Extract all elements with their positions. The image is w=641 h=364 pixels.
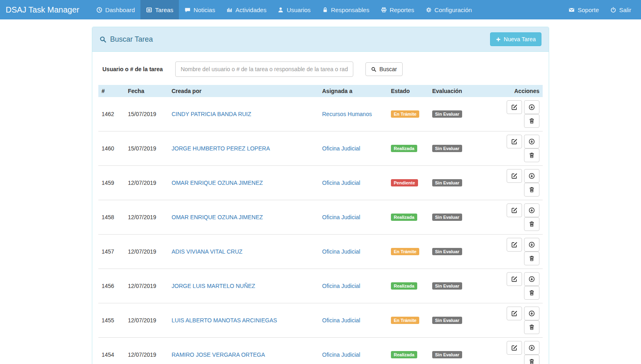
download-task-button[interactable] — [524, 100, 539, 114]
created-by-link[interactable]: OMAR ENRIQUE OZUNA JIMENEZ — [172, 180, 263, 186]
edit-task-button[interactable] — [507, 135, 522, 148]
created-by-link[interactable]: RAMIRO JOSE VERGARA ORTEGA — [172, 351, 265, 358]
evaluation-badge: Sin Evaluar — [432, 214, 462, 221]
task-date-cell: 15/07/2019 — [125, 97, 168, 131]
assigned-to-link[interactable]: Recursos Humanos — [322, 111, 372, 117]
task-id-cell: 1454 — [98, 338, 125, 364]
created-by-link[interactable]: CINDY PATRICIA BANDA RUIZ — [172, 111, 251, 117]
edit-icon — [511, 276, 518, 282]
status-cell: Pendiente — [388, 166, 429, 200]
status-cell: Realizada — [388, 200, 429, 235]
power-icon — [610, 7, 616, 13]
actions-cell — [489, 269, 543, 303]
table-header-row: #FechaCreada porAsignada aEstadoEvaluaci… — [98, 85, 543, 97]
download-task-button[interactable] — [524, 341, 539, 355]
column-header-fecha: Fecha — [125, 85, 168, 97]
created-by-link[interactable]: ADIS VIVIANA VITAL CRUZ — [172, 248, 242, 255]
download-icon — [529, 173, 535, 179]
download-task-button[interactable] — [524, 238, 539, 252]
download-task-button[interactable] — [524, 135, 539, 148]
task-id-cell: 1455 — [98, 303, 125, 338]
evaluation-cell: Sin Evaluar — [429, 269, 489, 303]
created-by-link[interactable]: OMAR ENRIQUE OZUNA JIMENEZ — [172, 214, 263, 220]
search-button[interactable]: Buscar — [365, 62, 403, 76]
nav-item-label: Usuarios — [287, 6, 310, 13]
created-by-link[interactable]: JORGE HUMBERTO PEREZ LOPERA — [172, 145, 270, 152]
edit-task-button[interactable] — [507, 169, 522, 183]
nav-item-noticias[interactable]: Noticias — [179, 0, 221, 19]
task-id-cell: 1462 — [98, 97, 125, 131]
download-icon — [529, 241, 535, 248]
nav-item-reportes[interactable]: Reportes — [375, 0, 420, 19]
assigned-to-link[interactable]: Oficina Judicial — [322, 248, 360, 255]
status-cell: En Trámite — [388, 303, 429, 338]
assigned-to-cell: Oficina Judicial — [319, 338, 388, 364]
new-task-button[interactable]: Nueva Tarea — [490, 32, 541, 46]
table-row: 145712/07/2019ADIS VIVIANA VITAL CRUZOfi… — [98, 235, 543, 269]
edit-icon — [511, 310, 518, 317]
edit-task-button[interactable] — [507, 307, 522, 320]
nav-item-tareas[interactable]: Tareas — [140, 0, 179, 19]
download-task-button[interactable] — [524, 203, 539, 217]
edit-task-button[interactable] — [507, 238, 522, 252]
delete-task-button[interactable] — [524, 286, 539, 300]
created-by-link[interactable]: JORGE LUIS MARTELO NUÑEZ — [172, 283, 255, 289]
table-row: 145912/07/2019OMAR ENRIQUE OZUNA JIMENEZ… — [98, 166, 543, 200]
delete-task-button[interactable] — [524, 355, 539, 364]
assigned-to-link[interactable]: Oficina Judicial — [322, 283, 360, 289]
task-date-cell: 12/07/2019 — [125, 166, 168, 200]
edit-task-button[interactable] — [507, 272, 522, 286]
edit-task-button[interactable] — [507, 341, 522, 355]
nav-item-responsables[interactable]: Responsables — [316, 0, 375, 19]
search-icon — [100, 36, 106, 43]
panel-title-text: Buscar Tarea — [110, 35, 153, 44]
download-task-button[interactable] — [524, 272, 539, 286]
table-row: 145612/07/2019JORGE LUIS MARTELO NUÑEZOf… — [98, 269, 543, 303]
gear-icon — [426, 7, 432, 13]
delete-task-button[interactable] — [524, 217, 539, 231]
nav-menu: DashboardTareasNoticiasActividadesUsuari… — [91, 0, 563, 19]
created-by-link[interactable]: LUIS ALBERTO MANOTAS ARCINIEGAS — [172, 317, 277, 324]
column-header-: # — [98, 85, 125, 97]
actions-cell — [489, 200, 543, 235]
delete-task-button[interactable] — [524, 320, 539, 334]
user-icon — [278, 7, 284, 13]
delete-task-button[interactable] — [524, 114, 539, 128]
assigned-to-link[interactable]: Oficina Judicial — [322, 351, 360, 358]
delete-task-button[interactable] — [524, 252, 539, 265]
panel-title: Buscar Tarea — [100, 35, 153, 44]
status-badge: Realizada — [391, 351, 417, 358]
nav-item-configuracion[interactable]: Configuración — [420, 0, 478, 19]
nav-item-soporte[interactable]: Soporte — [563, 0, 605, 19]
nav-item-usuarios[interactable]: Usuarios — [272, 0, 316, 19]
delete-task-button[interactable] — [524, 183, 539, 197]
edit-icon — [511, 241, 518, 248]
task-id-cell: 1458 — [98, 200, 125, 235]
edit-icon — [511, 138, 518, 145]
download-icon — [529, 345, 535, 351]
assigned-to-link[interactable]: Oficina Judicial — [322, 317, 360, 324]
download-task-button[interactable] — [524, 169, 539, 183]
evaluation-badge: Sin Evaluar — [432, 145, 462, 152]
nav-item-dashboard[interactable]: Dashboard — [91, 0, 140, 19]
page-content: Buscar Tarea Nueva Tarea Usuario o # de … — [0, 19, 641, 364]
status-badge: Realizada — [391, 145, 417, 152]
task-date-cell: 12/07/2019 — [125, 338, 168, 364]
actions-cell — [489, 166, 543, 200]
created-by-cell: OMAR ENRIQUE OZUNA JIMENEZ — [168, 166, 319, 200]
nav-item-label: Reportes — [390, 6, 414, 13]
nav-item-actividades[interactable]: Actividades — [221, 0, 272, 19]
assigned-to-link[interactable]: Oficina Judicial — [322, 180, 360, 186]
download-task-button[interactable] — [524, 307, 539, 320]
search-input[interactable] — [175, 61, 353, 77]
assigned-to-link[interactable]: Oficina Judicial — [322, 214, 360, 220]
panel-body: Usuario o # de la tarea Buscar #FechaCre… — [92, 52, 549, 364]
delete-task-button[interactable] — [524, 148, 539, 162]
assigned-to-cell: Oficina Judicial — [319, 166, 388, 200]
evaluation-badge: Sin Evaluar — [432, 248, 462, 255]
app-brand: DSAJ Task Manager — [0, 0, 86, 19]
edit-task-button[interactable] — [507, 203, 522, 217]
edit-task-button[interactable] — [507, 100, 522, 114]
assigned-to-link[interactable]: Oficina Judicial — [322, 145, 360, 152]
nav-item-salir[interactable]: Salir — [605, 0, 637, 19]
